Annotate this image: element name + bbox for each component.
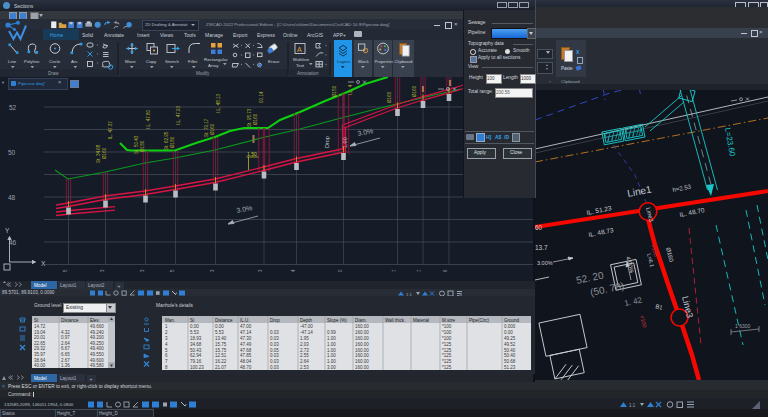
svg-text:0.00: 0.00 (215, 324, 224, 329)
svg-text:Ø160: Ø160 (253, 113, 258, 125)
svg-text:IL. 47.37: IL. 47.37 (108, 121, 113, 139)
svg-text:49.400: 49.400 (90, 346, 104, 351)
svg-text:3.0%: 3.0% (236, 204, 253, 214)
svg-text:+: + (118, 283, 121, 289)
svg-text:35.97: 35.97 (34, 352, 46, 357)
svg-text:160.00: 160.00 (355, 365, 369, 370)
svg-text:-47.14: -47.14 (300, 330, 313, 335)
svg-text:1.00: 1.00 (327, 348, 336, 353)
svg-text:*125: *125 (442, 359, 452, 364)
svg-text:*125: *125 (442, 342, 452, 347)
svg-text:Array: Array (208, 63, 219, 68)
svg-text:0.00: 0.00 (504, 330, 513, 335)
svg-text:Clipboard: Clipboard (395, 59, 414, 64)
svg-text:14.72: 14.72 (34, 324, 46, 329)
svg-text:3: 3 (100, 269, 105, 272)
svg-text:47.14: 47.14 (240, 330, 252, 335)
svg-text:100.23: 100.23 (190, 365, 204, 370)
svg-text:Man.: Man. (165, 318, 175, 323)
svg-text:160.00: 160.00 (355, 353, 369, 358)
svg-text:*125: *125 (442, 348, 452, 353)
svg-text:1.95: 1.95 (300, 336, 309, 341)
svg-text:St: St (190, 318, 195, 323)
svg-text:Layers: Layers (337, 59, 351, 64)
svg-text:Drop: Drop (324, 136, 330, 148)
svg-text:1.00: 1.00 (327, 353, 336, 358)
svg-text:Ø160: Ø160 (665, 247, 675, 263)
svg-text:4.32: 4.32 (61, 330, 70, 335)
svg-text:48: 48 (8, 194, 16, 201)
svg-text:50.40: 50.40 (504, 348, 516, 353)
svg-text:160.00: 160.00 (355, 342, 369, 347)
svg-text:0.00: 0.00 (190, 324, 199, 329)
svg-text:5.53: 5.53 (190, 330, 199, 335)
svg-text:Copy: Copy (146, 59, 157, 64)
svg-text:18.93: 18.93 (190, 336, 202, 341)
svg-text:50.68: 50.68 (504, 359, 516, 364)
svg-text:St: St (34, 318, 39, 323)
svg-text:2.64: 2.64 (300, 359, 309, 364)
svg-text:160.00: 160.00 (355, 336, 369, 341)
svg-text:*125: *125 (442, 353, 452, 358)
svg-text:Block: Block (358, 59, 370, 64)
svg-text:St. 95.73: St. 95.73 (247, 108, 252, 127)
svg-text:6.67: 6.67 (61, 346, 70, 351)
svg-text:Distance: Distance (215, 318, 233, 323)
svg-text:3: 3 (210, 269, 215, 272)
svg-text:3.0%: 3.0% (357, 127, 374, 137)
svg-text:79.16: 79.16 (190, 359, 202, 364)
svg-text:49.250: 49.250 (90, 341, 104, 346)
svg-text:2.55: 2.55 (300, 353, 309, 358)
svg-text:1.50: 1.50 (247, 151, 257, 157)
svg-text:+: + (90, 376, 93, 382)
svg-text:IL.U.: IL.U. (240, 318, 250, 323)
svg-text:46: 46 (9, 239, 17, 246)
svg-text:0.03: 0.03 (270, 365, 279, 370)
svg-text:St. 62.95: St. 62.95 (164, 131, 169, 150)
svg-text:Layout2: Layout2 (88, 283, 105, 288)
svg-text:Layout1: Layout1 (60, 376, 77, 381)
svg-text:12.51: 12.51 (215, 353, 227, 358)
svg-text:2.53: 2.53 (300, 365, 309, 370)
svg-text:49.52: 49.52 (504, 342, 516, 347)
svg-text:Diam.: Diam. (355, 318, 367, 323)
svg-text:*100: *100 (442, 324, 452, 329)
svg-text:0.05: 0.05 (270, 348, 279, 353)
svg-text:1.00: 1.00 (342, 137, 348, 148)
svg-text:29.32: 29.32 (34, 346, 46, 351)
svg-text:49.580: 49.580 (90, 363, 104, 368)
svg-text:160.00: 160.00 (355, 348, 369, 353)
svg-text:0: 0 (338, 269, 343, 272)
svg-text:Stretch: Stretch (165, 59, 179, 64)
svg-text:16.22: 16.22 (215, 359, 227, 364)
svg-text:22.65: 22.65 (34, 341, 46, 346)
svg-text:15.75: 15.75 (215, 348, 227, 353)
svg-text:0.97: 0.97 (61, 335, 70, 340)
svg-text:15.75: 15.75 (215, 342, 227, 347)
svg-text:48.04: 48.04 (240, 359, 252, 364)
svg-text:62.94: 62.94 (190, 353, 202, 358)
svg-text:1.00: 1.00 (327, 336, 336, 341)
svg-text:1 6300: 1 6300 (735, 323, 751, 329)
svg-text:52. 20: 52. 20 (575, 269, 605, 286)
svg-text:1.00: 1.00 (327, 342, 336, 347)
svg-text:3.00: 3.00 (327, 365, 336, 370)
svg-text:I.L. 4: I.L. 4 (348, 84, 353, 95)
svg-text:Ø160: Ø160 (210, 123, 215, 135)
svg-text:St. 34.68: St. 34.68 (96, 144, 101, 163)
svg-text:13.7: 13.7 (535, 244, 548, 251)
svg-text:49.660: 49.660 (90, 324, 104, 329)
svg-text:Erase: Erase (268, 59, 280, 64)
svg-text:2.03: 2.03 (300, 342, 309, 347)
svg-text:7: 7 (417, 269, 422, 272)
svg-text:Rectangular: Rectangular (204, 57, 228, 62)
svg-text:19.04: 19.04 (34, 330, 46, 335)
svg-text:3: 3 (258, 269, 263, 272)
svg-text:1.00: 1.00 (327, 359, 336, 364)
svg-text:2.64: 2.64 (61, 341, 70, 346)
svg-text:5: 5 (170, 269, 175, 272)
svg-text:4: 4 (291, 269, 296, 272)
svg-text:Move: Move (125, 59, 136, 64)
svg-text:A: A (297, 46, 302, 53)
svg-text:Model: Model (34, 283, 47, 288)
